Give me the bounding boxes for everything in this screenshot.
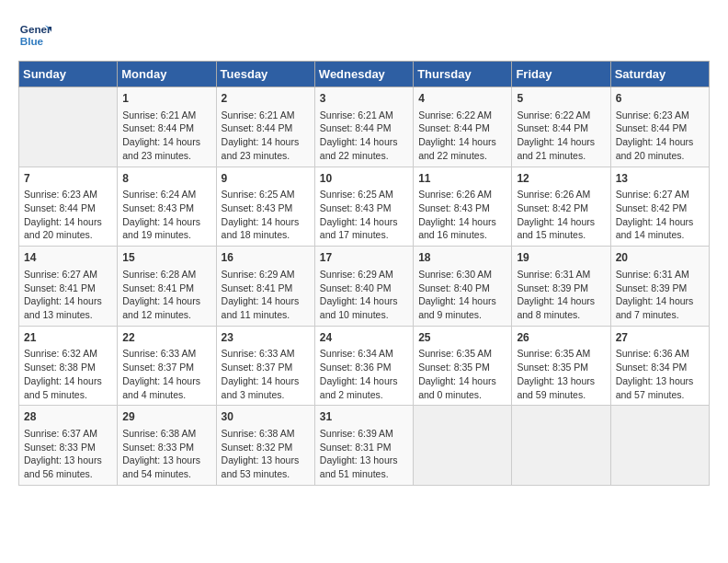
day-number: 6 — [616, 91, 704, 107]
day-number: 3 — [320, 91, 408, 107]
day-number: 14 — [24, 250, 112, 266]
calendar-table: SundayMondayTuesdayWednesdayThursdayFrid… — [18, 61, 710, 486]
day-info: Sunrise: 6:22 AM Sunset: 8:44 PM Dayligh… — [418, 109, 506, 163]
calendar-cell: 28Sunrise: 6:37 AM Sunset: 8:33 PM Dayli… — [19, 406, 118, 486]
calendar-cell: 29Sunrise: 6:38 AM Sunset: 8:33 PM Dayli… — [118, 406, 216, 486]
day-info: Sunrise: 6:29 AM Sunset: 8:40 PM Dayligh… — [320, 268, 408, 322]
day-number: 31 — [320, 409, 408, 425]
day-info: Sunrise: 6:28 AM Sunset: 8:41 PM Dayligh… — [122, 268, 210, 322]
day-info: Sunrise: 6:21 AM Sunset: 8:44 PM Dayligh… — [222, 109, 310, 163]
calendar-cell: 21Sunrise: 6:32 AM Sunset: 8:38 PM Dayli… — [19, 326, 118, 406]
day-info: Sunrise: 6:38 AM Sunset: 8:32 PM Dayligh… — [222, 427, 310, 481]
page-header: General Blue — [18, 18, 710, 52]
day-info: Sunrise: 6:38 AM Sunset: 8:33 PM Dayligh… — [122, 427, 210, 481]
day-info: Sunrise: 6:31 AM Sunset: 8:39 PM Dayligh… — [517, 268, 605, 322]
day-number: 28 — [24, 409, 112, 425]
weekday-header: Friday — [512, 62, 610, 87]
day-info: Sunrise: 6:27 AM Sunset: 8:42 PM Dayligh… — [616, 188, 704, 242]
day-info: Sunrise: 6:25 AM Sunset: 8:43 PM Dayligh… — [320, 188, 408, 242]
calendar-cell: 17Sunrise: 6:29 AM Sunset: 8:40 PM Dayli… — [314, 247, 413, 327]
weekday-header: Monday — [118, 62, 216, 87]
calendar-cell: 7Sunrise: 6:23 AM Sunset: 8:44 PM Daylig… — [19, 167, 118, 247]
day-info: Sunrise: 6:23 AM Sunset: 8:44 PM Dayligh… — [24, 188, 112, 242]
calendar-cell: 31Sunrise: 6:39 AM Sunset: 8:31 PM Dayli… — [314, 406, 413, 486]
calendar-cell: 1Sunrise: 6:21 AM Sunset: 8:44 PM Daylig… — [118, 87, 216, 167]
day-info: Sunrise: 6:21 AM Sunset: 8:44 PM Dayligh… — [320, 109, 408, 163]
day-info: Sunrise: 6:33 AM Sunset: 8:37 PM Dayligh… — [122, 347, 210, 401]
calendar-week-row: 28Sunrise: 6:37 AM Sunset: 8:33 PM Dayli… — [19, 406, 710, 486]
day-number: 20 — [616, 250, 704, 266]
calendar-cell: 11Sunrise: 6:26 AM Sunset: 8:43 PM Dayli… — [414, 167, 512, 247]
calendar-cell: 5Sunrise: 6:22 AM Sunset: 8:44 PM Daylig… — [512, 87, 610, 167]
calendar-cell: 14Sunrise: 6:27 AM Sunset: 8:41 PM Dayli… — [19, 247, 118, 327]
calendar-cell: 26Sunrise: 6:35 AM Sunset: 8:35 PM Dayli… — [512, 326, 610, 406]
day-info: Sunrise: 6:21 AM Sunset: 8:44 PM Dayligh… — [122, 109, 210, 163]
calendar-week-row: 21Sunrise: 6:32 AM Sunset: 8:38 PM Dayli… — [19, 326, 710, 406]
svg-text:General: General — [20, 23, 51, 35]
calendar-week-row: 1Sunrise: 6:21 AM Sunset: 8:44 PM Daylig… — [19, 87, 710, 167]
logo-icon: General Blue — [18, 18, 51, 52]
weekday-header: Thursday — [414, 62, 512, 87]
calendar-cell: 16Sunrise: 6:29 AM Sunset: 8:41 PM Dayli… — [216, 247, 314, 327]
calendar-cell: 20Sunrise: 6:31 AM Sunset: 8:39 PM Dayli… — [610, 247, 709, 327]
day-info: Sunrise: 6:29 AM Sunset: 8:41 PM Dayligh… — [222, 268, 310, 322]
day-number: 26 — [517, 330, 605, 346]
day-info: Sunrise: 6:25 AM Sunset: 8:43 PM Dayligh… — [222, 188, 310, 242]
day-number: 4 — [418, 91, 506, 107]
weekday-header: Saturday — [610, 62, 709, 87]
day-info: Sunrise: 6:39 AM Sunset: 8:31 PM Dayligh… — [320, 427, 408, 481]
calendar-cell: 22Sunrise: 6:33 AM Sunset: 8:37 PM Dayli… — [118, 326, 216, 406]
day-number: 21 — [24, 330, 112, 346]
day-info: Sunrise: 6:35 AM Sunset: 8:35 PM Dayligh… — [418, 347, 506, 401]
day-number: 13 — [616, 171, 704, 187]
day-info: Sunrise: 6:26 AM Sunset: 8:43 PM Dayligh… — [418, 188, 506, 242]
calendar-week-row: 14Sunrise: 6:27 AM Sunset: 8:41 PM Dayli… — [19, 247, 710, 327]
day-number: 11 — [418, 171, 506, 187]
calendar-cell — [414, 406, 512, 486]
logo: General Blue — [18, 18, 51, 52]
day-info: Sunrise: 6:24 AM Sunset: 8:43 PM Dayligh… — [122, 188, 210, 242]
calendar-cell: 13Sunrise: 6:27 AM Sunset: 8:42 PM Dayli… — [610, 167, 709, 247]
day-info: Sunrise: 6:34 AM Sunset: 8:36 PM Dayligh… — [320, 347, 408, 401]
calendar-cell — [610, 406, 709, 486]
day-number: 16 — [222, 250, 310, 266]
day-info: Sunrise: 6:37 AM Sunset: 8:33 PM Dayligh… — [24, 427, 112, 481]
day-number: 8 — [122, 171, 210, 187]
calendar-cell: 27Sunrise: 6:36 AM Sunset: 8:34 PM Dayli… — [610, 326, 709, 406]
calendar-cell: 25Sunrise: 6:35 AM Sunset: 8:35 PM Dayli… — [414, 326, 512, 406]
day-number: 30 — [222, 409, 310, 425]
calendar-cell: 19Sunrise: 6:31 AM Sunset: 8:39 PM Dayli… — [512, 247, 610, 327]
day-number: 7 — [24, 171, 112, 187]
day-info: Sunrise: 6:26 AM Sunset: 8:42 PM Dayligh… — [517, 188, 605, 242]
day-info: Sunrise: 6:36 AM Sunset: 8:34 PM Dayligh… — [616, 347, 704, 401]
day-number: 2 — [222, 91, 310, 107]
day-info: Sunrise: 6:30 AM Sunset: 8:40 PM Dayligh… — [418, 268, 506, 322]
calendar-cell: 18Sunrise: 6:30 AM Sunset: 8:40 PM Dayli… — [414, 247, 512, 327]
weekday-header: Sunday — [19, 62, 118, 87]
calendar-cell: 24Sunrise: 6:34 AM Sunset: 8:36 PM Dayli… — [314, 326, 413, 406]
calendar-cell — [19, 87, 118, 167]
day-number: 23 — [222, 330, 310, 346]
calendar-cell: 4Sunrise: 6:22 AM Sunset: 8:44 PM Daylig… — [414, 87, 512, 167]
day-info: Sunrise: 6:32 AM Sunset: 8:38 PM Dayligh… — [24, 347, 112, 401]
day-number: 25 — [418, 330, 506, 346]
day-number: 17 — [320, 250, 408, 266]
header-row: SundayMondayTuesdayWednesdayThursdayFrid… — [19, 62, 710, 87]
calendar-cell: 23Sunrise: 6:33 AM Sunset: 8:37 PM Dayli… — [216, 326, 314, 406]
weekday-header: Tuesday — [216, 62, 314, 87]
day-number: 29 — [122, 409, 210, 425]
day-number: 10 — [320, 171, 408, 187]
day-number: 18 — [418, 250, 506, 266]
day-number: 19 — [517, 250, 605, 266]
calendar-cell: 2Sunrise: 6:21 AM Sunset: 8:44 PM Daylig… — [216, 87, 314, 167]
day-number: 9 — [222, 171, 310, 187]
day-info: Sunrise: 6:33 AM Sunset: 8:37 PM Dayligh… — [222, 347, 310, 401]
calendar-cell: 8Sunrise: 6:24 AM Sunset: 8:43 PM Daylig… — [118, 167, 216, 247]
day-number: 1 — [122, 91, 210, 107]
calendar-cell: 30Sunrise: 6:38 AM Sunset: 8:32 PM Dayli… — [216, 406, 314, 486]
svg-text:Blue: Blue — [20, 35, 44, 47]
day-info: Sunrise: 6:23 AM Sunset: 8:44 PM Dayligh… — [616, 109, 704, 163]
day-info: Sunrise: 6:31 AM Sunset: 8:39 PM Dayligh… — [616, 268, 704, 322]
day-number: 12 — [517, 171, 605, 187]
day-number: 27 — [616, 330, 704, 346]
